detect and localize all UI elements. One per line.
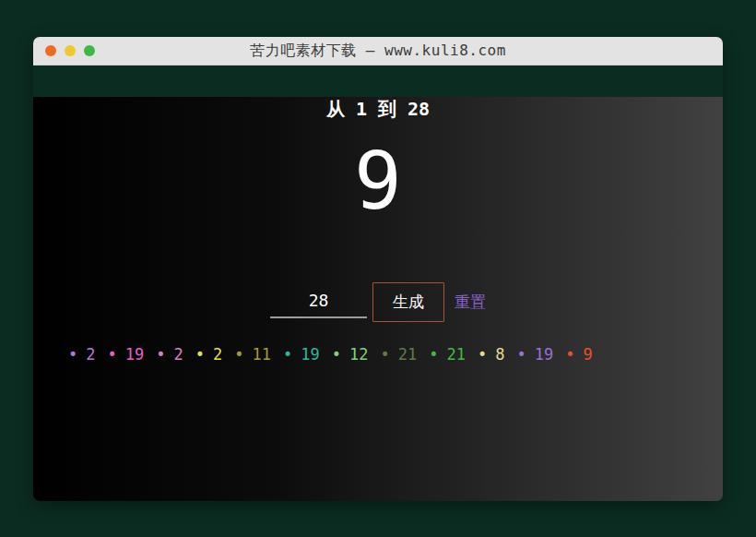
history-number: 2 <box>213 347 222 363</box>
bullet-icon: • <box>156 347 165 363</box>
bullet-icon: • <box>234 347 243 363</box>
history-item: •12 <box>332 347 369 363</box>
history-number: 2 <box>173 347 183 363</box>
history-item: •11 <box>234 347 271 363</box>
range-label: 从 1 到 28 <box>33 97 723 122</box>
content-area: 从 1 到 28 9 生成 重置 •2•19•2•2•11•19•12•21•2… <box>33 97 723 501</box>
history-item: •19 <box>516 347 553 363</box>
bullet-icon: • <box>108 347 117 363</box>
history-number: 12 <box>349 347 368 363</box>
bullet-icon: • <box>478 347 487 363</box>
traffic-lights <box>45 37 95 65</box>
bullet-icon: • <box>380 347 389 363</box>
bullet-icon: • <box>332 347 341 363</box>
history-number: 21 <box>446 347 465 363</box>
history-number: 11 <box>252 347 270 363</box>
controls-row: 生成 重置 <box>33 282 723 322</box>
window-title: 苦力吧素材下载 – www.kuli8.com <box>250 42 506 61</box>
history-item: •2 <box>195 347 223 363</box>
history-number: 8 <box>495 347 504 363</box>
close-button[interactable] <box>45 45 56 56</box>
bullet-icon: • <box>429 347 438 363</box>
history-item: •21 <box>429 347 466 363</box>
history-list: •2•19•2•2•11•19•12•21•21•8•19•9 <box>33 347 723 363</box>
reset-link[interactable]: 重置 <box>455 292 486 313</box>
generated-number: 9 <box>33 131 723 231</box>
history-item: •19 <box>283 347 320 363</box>
history-item: •2 <box>156 347 183 363</box>
history-number: 9 <box>583 347 592 363</box>
history-item: •9 <box>565 347 593 363</box>
minimize-button[interactable] <box>65 45 76 56</box>
history-number: 19 <box>301 347 319 363</box>
max-number-input[interactable] <box>270 287 367 318</box>
generate-button[interactable]: 生成 <box>372 282 444 322</box>
history-item: •19 <box>108 347 145 363</box>
history-number: 21 <box>398 347 417 363</box>
bullet-icon: • <box>565 347 574 363</box>
zoom-button[interactable] <box>84 45 95 56</box>
bullet-icon: • <box>68 347 77 363</box>
bullet-icon: • <box>516 347 526 363</box>
bullet-icon: • <box>283 347 292 363</box>
history-item: •21 <box>380 347 417 363</box>
app-window: 苦力吧素材下载 – www.kuli8.com 从 1 到 28 9 生成 重置… <box>33 37 723 501</box>
history-number: 2 <box>86 347 95 363</box>
history-number: 19 <box>535 347 553 363</box>
history-item: •8 <box>478 347 505 363</box>
history-item: •2 <box>68 347 96 363</box>
bullet-icon: • <box>195 347 205 363</box>
title-bar: 苦力吧素材下载 – www.kuli8.com <box>33 37 723 66</box>
history-number: 19 <box>125 347 144 363</box>
